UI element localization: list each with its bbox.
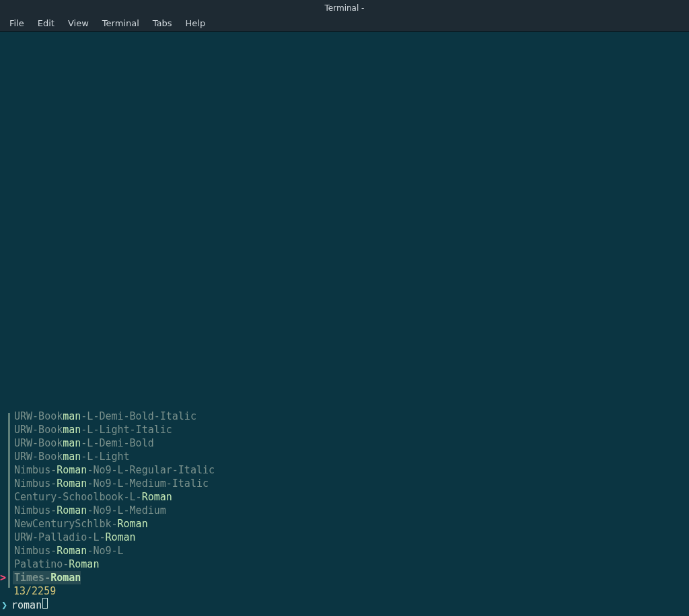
fzf-pointer xyxy=(0,410,6,423)
fzf-pointer xyxy=(0,504,6,517)
fzf-pointer xyxy=(0,517,6,531)
terminal-output-area[interactable]: URW-Bookman-L-Demi-Bold-Italic URW-Bookm… xyxy=(0,32,689,616)
fzf-pointer xyxy=(0,450,6,463)
fzf-prompt-line[interactable]: ❯roman xyxy=(0,598,689,612)
fzf-result-text: Nimbus-Roman-No9-L xyxy=(13,544,124,557)
fzf-result-item[interactable]: URW-Bookman-L-Light xyxy=(0,450,689,463)
fzf-prompt-symbol: ❯ xyxy=(0,599,11,612)
fzf-result-item[interactable]: URW-Bookman-L-Demi-Bold-Italic xyxy=(0,410,689,423)
menubar: File Edit View Terminal Tabs Help xyxy=(0,15,689,32)
fzf-result-text: Nimbus-Roman-No9-L-Medium xyxy=(13,504,166,517)
fzf-pointer xyxy=(0,477,6,490)
fzf-result-text: URW-Bookman-L-Light-Italic xyxy=(13,423,172,436)
window-title: Terminal - xyxy=(325,3,365,13)
fzf-result-item[interactable]: URW-Palladio-L-Roman xyxy=(0,531,689,544)
fzf-result-item[interactable]: URW-Bookman-L-Light-Italic xyxy=(0,423,689,436)
fzf-result-item[interactable]: Nimbus-Roman-No9-L xyxy=(0,544,689,557)
fzf-pointer xyxy=(0,463,6,477)
fzf-results-pane: URW-Bookman-L-Demi-Bold-Italic URW-Bookm… xyxy=(0,410,689,616)
fzf-count-line: 13/2259 xyxy=(0,584,689,598)
fzf-result-item[interactable]: Palatino-Roman xyxy=(0,557,689,571)
menu-help[interactable]: Help xyxy=(179,17,213,30)
menu-edit[interactable]: Edit xyxy=(31,17,61,30)
fzf-result-text: Nimbus-Roman-No9-L-Regular-Italic xyxy=(13,463,215,477)
fzf-result-text: Palatino-Roman xyxy=(13,557,99,571)
menu-file[interactable]: File xyxy=(3,17,31,30)
fzf-result-item[interactable]: URW-Bookman-L-Demi-Bold xyxy=(0,436,689,450)
text-cursor xyxy=(42,598,48,609)
fzf-pointer xyxy=(0,544,6,557)
fzf-result-text: Times-Roman xyxy=(13,571,81,584)
window-titlebar: Terminal - xyxy=(0,0,689,15)
fzf-result-text: Century-Schoolbook-L-Roman xyxy=(13,490,172,504)
fzf-pointer xyxy=(0,436,6,450)
fzf-result-text: URW-Bookman-L-Light xyxy=(13,450,130,463)
fzf-pointer xyxy=(0,423,6,436)
fzf-result-item[interactable]: Nimbus-Roman-No9-L-Medium-Italic xyxy=(0,477,689,490)
fzf-result-item[interactable]: Nimbus-Roman-No9-L-Regular-Italic xyxy=(0,463,689,477)
fzf-result-text: NewCenturySchlbk-Roman xyxy=(13,517,148,531)
menu-terminal[interactable]: Terminal xyxy=(96,17,146,30)
fzf-result-item[interactable]: NewCenturySchlbk-Roman xyxy=(0,517,689,531)
menu-tabs[interactable]: Tabs xyxy=(146,17,179,30)
fzf-result-text: URW-Bookman-L-Demi-Bold-Italic xyxy=(13,410,196,423)
fzf-pointer xyxy=(0,490,6,504)
fzf-query-text[interactable]: roman xyxy=(11,599,42,612)
fzf-scroll-indicator xyxy=(8,413,10,588)
fzf-result-item[interactable]: Century-Schoolbook-L-Roman xyxy=(0,490,689,504)
fzf-pointer: > xyxy=(0,571,6,584)
fzf-result-text: URW-Palladio-L-Roman xyxy=(13,531,136,544)
fzf-result-item[interactable]: >Times-Roman xyxy=(0,571,689,584)
fzf-result-item[interactable]: Nimbus-Roman-No9-L-Medium xyxy=(0,504,689,517)
fzf-result-text: URW-Bookman-L-Demi-Bold xyxy=(13,436,154,450)
fzf-result-text: Nimbus-Roman-No9-L-Medium-Italic xyxy=(13,477,209,490)
fzf-pointer xyxy=(0,557,6,571)
menu-view[interactable]: View xyxy=(61,17,96,30)
fzf-pointer xyxy=(0,531,6,544)
